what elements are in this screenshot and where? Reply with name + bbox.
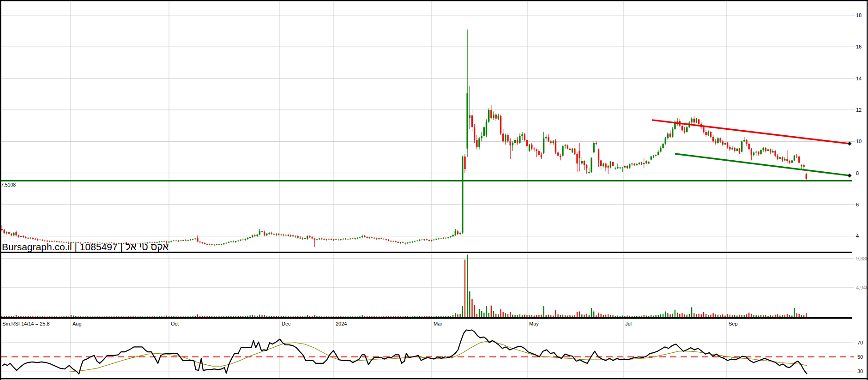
candle-body bbox=[190, 240, 191, 240]
candle-body bbox=[170, 241, 172, 242]
candle-body bbox=[655, 155, 657, 156]
candle-body bbox=[779, 157, 781, 159]
candle-body bbox=[684, 130, 685, 132]
candle-body bbox=[722, 141, 723, 145]
candle-body bbox=[364, 236, 365, 237]
volume-bar bbox=[531, 315, 532, 317]
stock-chart-canvas[interactable]: 1816141210864AugOctDec2024MarMayJulSep9,… bbox=[0, 0, 868, 380]
candle-body bbox=[371, 237, 373, 238]
volume-bar bbox=[648, 316, 649, 317]
volume-bar bbox=[579, 312, 580, 317]
volume-bar bbox=[297, 316, 298, 317]
candle-body bbox=[199, 241, 200, 242]
volume-bar bbox=[498, 314, 499, 317]
candle-body bbox=[249, 237, 251, 238]
candle-body bbox=[435, 239, 437, 240]
volume-bar bbox=[627, 315, 627, 317]
volume-bar bbox=[218, 316, 219, 317]
candle-body bbox=[639, 163, 640, 163]
volume-bar bbox=[245, 316, 246, 317]
candle-body bbox=[507, 135, 508, 142]
volume-bar bbox=[8, 316, 9, 317]
candle-body bbox=[450, 236, 451, 237]
volume-bar bbox=[488, 313, 489, 317]
volume-bar bbox=[445, 316, 446, 317]
volume-bar bbox=[514, 315, 515, 317]
volume-bar bbox=[562, 315, 563, 317]
month-label: Mar bbox=[434, 321, 442, 326]
candle-body bbox=[331, 239, 332, 240]
volume-bar bbox=[254, 315, 255, 317]
volume-bar bbox=[748, 313, 749, 317]
candle-body bbox=[245, 239, 246, 240]
volume-bar bbox=[214, 316, 215, 317]
candle-body bbox=[541, 155, 542, 157]
volume-bar bbox=[25, 316, 26, 317]
candle-body bbox=[20, 236, 22, 237]
volume-bar bbox=[736, 315, 737, 317]
volume-bar bbox=[142, 316, 143, 317]
volume-bar bbox=[66, 316, 66, 317]
candle-body bbox=[218, 244, 220, 244]
volume-bar bbox=[319, 316, 319, 317]
volume-bar bbox=[75, 316, 76, 317]
candle-body bbox=[345, 239, 346, 239]
candle-body bbox=[314, 239, 315, 240]
candle-body bbox=[576, 154, 578, 164]
volume-bar bbox=[644, 315, 645, 317]
candle-body bbox=[567, 145, 568, 149]
candle-body bbox=[524, 134, 525, 140]
volume-bar bbox=[732, 315, 733, 317]
rsi-tick-label: 50 bbox=[857, 354, 863, 360]
volume-bar bbox=[386, 316, 386, 317]
volume-bar bbox=[720, 315, 721, 317]
volume-bar bbox=[68, 316, 69, 317]
volume-bar bbox=[567, 315, 568, 317]
volume-bar bbox=[333, 316, 334, 317]
candle-body bbox=[471, 115, 473, 127]
volume-bar bbox=[56, 316, 57, 317]
volume-bar bbox=[672, 314, 673, 317]
volume-bar bbox=[600, 314, 601, 317]
volume-bar bbox=[612, 315, 613, 317]
volume-bar bbox=[106, 316, 107, 317]
volume-bar bbox=[102, 316, 102, 317]
candle-body bbox=[457, 231, 458, 234]
volume-bar bbox=[316, 316, 317, 317]
volume-bar bbox=[11, 316, 12, 317]
volume-bar bbox=[273, 316, 274, 317]
candle-body bbox=[727, 143, 728, 147]
candle-body bbox=[629, 164, 630, 169]
candle-body bbox=[319, 239, 320, 240]
candle-body bbox=[37, 239, 38, 240]
candle-body bbox=[374, 238, 375, 239]
volume-bar bbox=[259, 315, 260, 317]
candle-body bbox=[672, 129, 673, 137]
candle-body bbox=[627, 166, 628, 168]
candle-body bbox=[791, 160, 793, 163]
candle-body bbox=[612, 162, 614, 166]
candle-body bbox=[605, 163, 606, 168]
volume-bar bbox=[603, 315, 604, 317]
candle-body bbox=[285, 235, 287, 235]
candle-body bbox=[368, 237, 370, 238]
candle-body bbox=[531, 145, 532, 149]
candle-body bbox=[182, 240, 184, 241]
volume-bar bbox=[636, 316, 637, 317]
volume-bar bbox=[526, 315, 527, 317]
candle-body bbox=[452, 235, 453, 236]
volume-bar bbox=[474, 305, 475, 317]
volume-bar bbox=[581, 314, 582, 317]
volume-bar bbox=[524, 315, 525, 317]
volume-bar bbox=[276, 316, 277, 317]
month-label: Sep bbox=[729, 321, 738, 326]
candle-body bbox=[39, 240, 41, 240]
candle-body bbox=[767, 149, 769, 151]
volume-bar bbox=[324, 316, 325, 317]
volume-bar bbox=[698, 314, 699, 317]
volume-bar bbox=[696, 314, 697, 317]
candle-body bbox=[175, 241, 177, 241]
volume-bar bbox=[546, 315, 547, 317]
volume-bar bbox=[171, 316, 172, 317]
rsi-tick-label: 70 bbox=[857, 340, 863, 345]
